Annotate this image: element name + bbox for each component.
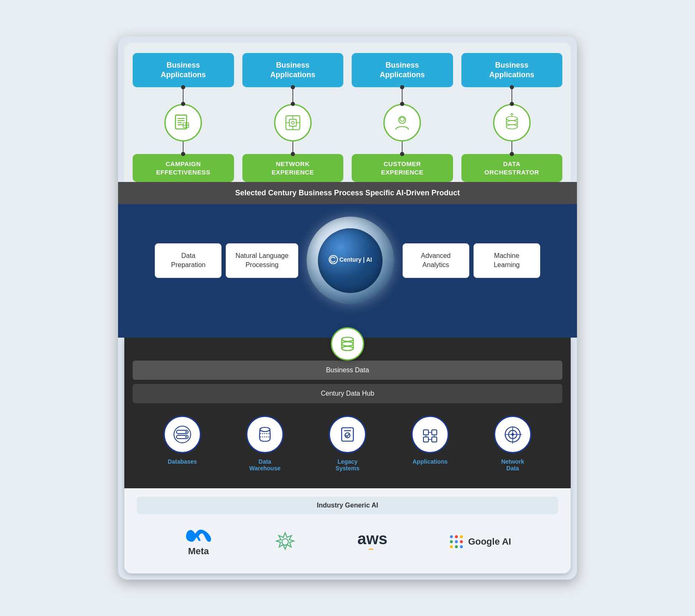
svg-rect-37 bbox=[342, 428, 353, 441]
industry-logos-row: Meta aws ⌢ bbox=[137, 523, 558, 561]
capability-label-3: AdvancedAnalytics bbox=[421, 252, 451, 268]
connector-2 bbox=[292, 87, 293, 104]
applications-label: Applications bbox=[413, 458, 448, 465]
svg-point-54 bbox=[450, 535, 453, 538]
legacy-icon-circle bbox=[329, 416, 366, 453]
network-icon bbox=[282, 112, 303, 133]
data-source-legacy: LegacySystems bbox=[329, 416, 366, 472]
svg-point-62 bbox=[460, 545, 463, 548]
google-ai-wrapper: Google AI bbox=[448, 533, 511, 550]
century-data-hub-bar: Century Data Hub bbox=[133, 384, 562, 403]
spacer bbox=[133, 476, 562, 484]
svg-point-61 bbox=[455, 545, 458, 548]
center-ai-logo: Century | AI bbox=[307, 217, 394, 304]
databases-icon bbox=[171, 424, 193, 445]
network-data-icon-circle bbox=[494, 416, 531, 453]
svg-point-16 bbox=[400, 117, 404, 121]
customer-icon bbox=[392, 112, 413, 133]
customer-label: CUSTOMEREXPERIENCE bbox=[352, 154, 453, 182]
ai-hub-section: DataPreparation Natural LanguageProcessi… bbox=[118, 204, 577, 338]
svg-point-58 bbox=[455, 540, 458, 543]
legacy-icon bbox=[337, 424, 358, 445]
svg-point-17 bbox=[506, 116, 517, 121]
databases-label: Databases bbox=[168, 458, 197, 465]
capability-analytics: AdvancedAnalytics bbox=[403, 243, 469, 278]
google-ai-icon bbox=[448, 533, 465, 550]
banner-text: Selected Century Business Process Specif… bbox=[235, 189, 460, 197]
svg-rect-41 bbox=[432, 430, 437, 435]
network-data-label: NetworkData bbox=[501, 458, 524, 472]
capability-data-prep: DataPreparation bbox=[155, 243, 222, 278]
svg-point-19 bbox=[506, 125, 517, 129]
svg-point-33 bbox=[185, 436, 187, 438]
orchestrator-icon bbox=[501, 112, 522, 133]
connector-1b bbox=[183, 141, 184, 154]
diagram-container: BusinessApplications CAMPAIGNE bbox=[118, 36, 577, 580]
warehouse-label: DataWarehouse bbox=[249, 458, 281, 472]
capability-nlp: Natural LanguageProcessing bbox=[226, 243, 298, 278]
svg-rect-40 bbox=[423, 430, 428, 435]
svg-point-59 bbox=[460, 540, 463, 543]
campaign-label: CAMPAIGNEFFECTIVENESS bbox=[133, 154, 234, 182]
capability-label-4: MachineLearning bbox=[494, 252, 519, 268]
connector-4b bbox=[511, 141, 512, 154]
ai-hub-inner: DataPreparation Natural LanguageProcessi… bbox=[126, 217, 569, 304]
capability-label-2: Natural LanguageProcessing bbox=[235, 252, 288, 268]
svg-point-25 bbox=[342, 342, 353, 346]
biz-app-box-3: BusinessApplications bbox=[352, 53, 453, 88]
biz-app-col-1: BusinessApplications CAMPAIGNE bbox=[133, 53, 234, 182]
industry-ai-bar: Industry Generic AI bbox=[137, 497, 558, 514]
svg-point-56 bbox=[460, 535, 463, 538]
warehouse-icon bbox=[254, 424, 276, 445]
db-icon-below bbox=[331, 327, 364, 361]
biz-app-col-3: BusinessApplications CUSTOMEREXPERIENCE bbox=[352, 53, 453, 182]
center-ai-inner: Century | AI bbox=[318, 228, 383, 293]
aws-arrow: ⌢ bbox=[368, 545, 377, 553]
svg-point-53 bbox=[282, 539, 288, 545]
network-label: NETWORKEXPERIENCE bbox=[242, 154, 344, 182]
aws-text-wrapper: aws ⌢ bbox=[358, 530, 388, 553]
business-apps-row: BusinessApplications CAMPAIGNE bbox=[133, 53, 562, 182]
meta-brand-name: Meta bbox=[188, 546, 209, 557]
connector-2b bbox=[292, 141, 293, 154]
svg-point-26 bbox=[342, 346, 353, 351]
campaign-icon-circle bbox=[164, 104, 202, 141]
data-source-applications: Applications bbox=[411, 416, 449, 465]
warehouse-icon-circle bbox=[246, 416, 284, 453]
svg-point-18 bbox=[506, 121, 517, 125]
svg-rect-43 bbox=[432, 437, 437, 442]
svg-point-55 bbox=[455, 535, 458, 538]
svg-point-57 bbox=[450, 540, 453, 543]
century-c-icon bbox=[329, 255, 338, 264]
svg-rect-9 bbox=[289, 119, 296, 126]
openai-logo bbox=[274, 530, 297, 553]
top-section: BusinessApplications CAMPAIGNE bbox=[124, 43, 571, 182]
industry-ai-section: Industry Generic AI Meta bbox=[124, 488, 571, 573]
legacy-label: LegacySystems bbox=[335, 458, 360, 472]
business-data-text: Business Data bbox=[326, 366, 369, 374]
svg-point-32 bbox=[185, 431, 187, 433]
google-ai-logo: Google AI bbox=[448, 533, 511, 550]
applications-icon bbox=[419, 424, 441, 445]
capability-ml: MachineLearning bbox=[473, 243, 540, 278]
db-icon-circle bbox=[331, 327, 364, 361]
svg-point-10 bbox=[291, 121, 294, 124]
network-icon-circle bbox=[274, 104, 312, 141]
biz-app-box-4: BusinessApplications bbox=[461, 53, 563, 88]
svg-rect-42 bbox=[423, 437, 428, 442]
biz-app-box-2: BusinessApplications bbox=[242, 53, 344, 88]
data-source-warehouse: DataWarehouse bbox=[246, 416, 284, 472]
svg-point-60 bbox=[450, 545, 453, 548]
lower-card: Business Data Century Data Hub bbox=[124, 338, 571, 573]
svg-rect-0 bbox=[176, 115, 187, 129]
orchestrator-label: DATAORCHESTRATOR bbox=[461, 154, 563, 182]
svg-point-29 bbox=[174, 426, 191, 443]
banner: Selected Century Business Process Specif… bbox=[118, 182, 577, 204]
aws-logo: aws ⌢ bbox=[358, 530, 388, 553]
customer-icon-circle bbox=[383, 104, 421, 141]
business-data-bar: Business Data bbox=[133, 361, 562, 380]
data-source-network: NetworkData bbox=[494, 416, 531, 472]
connector-4 bbox=[511, 87, 512, 104]
biz-app-col-2: BusinessApplications NETWORKEXPERIENCE bbox=[242, 53, 344, 182]
connector-3 bbox=[402, 87, 403, 104]
